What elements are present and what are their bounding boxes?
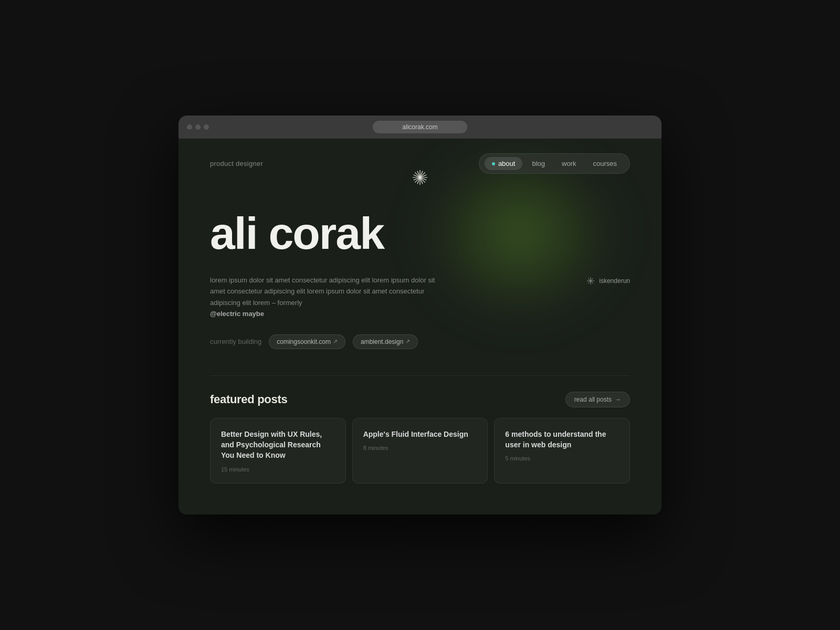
featured-section: featured posts read all posts → Better D…: [210, 375, 630, 484]
hero-title: ali corak: [210, 211, 630, 256]
post-card-2[interactable]: Apple's Fluid Interface Design 8 minutes: [352, 418, 488, 484]
featured-title: featured posts: [210, 393, 287, 406]
dot-green: [204, 124, 209, 130]
location-pill: iskenderun: [586, 277, 630, 285]
post-title-1: Better Design with UX Rules, and Psychol…: [221, 429, 335, 461]
browser-top-bar: alicorak.com: [178, 116, 662, 139]
nav-logo: [412, 169, 428, 188]
browser-dots: [187, 124, 209, 130]
post-title-2: Apple's Fluid Interface Design: [363, 429, 477, 439]
hero-section: ali corak: [210, 184, 630, 256]
nav-tagline: product designer: [210, 160, 263, 167]
comingsoonkit-link[interactable]: comingsoonkit.com ↗: [269, 334, 345, 349]
website-content: product designer: [178, 139, 662, 514]
building-label: currently building: [210, 338, 261, 345]
post-time-1: 15 minutes: [221, 466, 335, 472]
bio-text: lorem ipsum dolor sit amet consectetur a…: [210, 275, 436, 320]
bio-handle: @electric maybe: [210, 310, 264, 318]
read-all-posts-button[interactable]: read all posts →: [565, 392, 630, 407]
post-title-3: 6 methods to understand the user in web …: [505, 429, 619, 450]
nav-menu: about blog work courses: [479, 153, 630, 174]
bio-row: lorem ipsum dolor sit amet consectetur a…: [210, 275, 630, 320]
dot-red: [187, 124, 192, 130]
nav-item-blog[interactable]: blog: [524, 157, 552, 170]
posts-grid: Better Design with UX Rules, and Psychol…: [210, 418, 630, 484]
post-time-3: 5 minutes: [505, 455, 619, 461]
post-card-1[interactable]: Better Design with UX Rules, and Psychol…: [210, 418, 346, 484]
post-card-3[interactable]: 6 methods to understand the user in web …: [494, 418, 630, 484]
featured-header: featured posts read all posts →: [210, 392, 630, 407]
address-bar[interactable]: alicorak.com: [373, 121, 467, 133]
dot-yellow: [195, 124, 201, 130]
ambient-design-link[interactable]: ambient.design ↗: [353, 334, 418, 349]
location-text: iskenderun: [599, 277, 630, 285]
post-time-2: 8 minutes: [363, 445, 477, 451]
nav-item-about[interactable]: about: [485, 157, 523, 170]
nav-item-work[interactable]: work: [554, 157, 583, 170]
navigation: product designer: [210, 139, 630, 184]
building-row: currently building comingsoonkit.com ↗ a…: [210, 334, 630, 349]
nav-active-dot: [492, 162, 495, 165]
nav-item-courses[interactable]: courses: [585, 157, 624, 170]
